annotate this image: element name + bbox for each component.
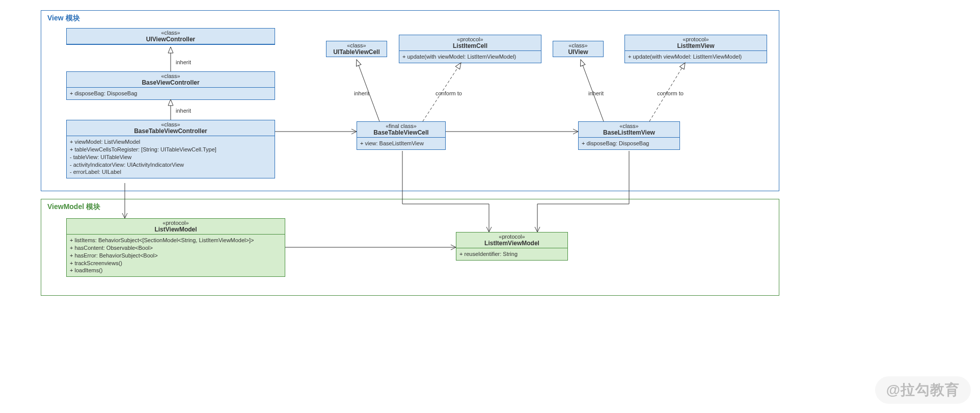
- stereotype: «class»: [70, 121, 271, 127]
- protocol-ListItemCell: «protocol» ListItemCell + update(with vi…: [399, 35, 541, 63]
- class-UIView: «class» UIView: [553, 41, 604, 57]
- stereotype: «protocol»: [459, 234, 564, 240]
- class-name: ListViewModel: [70, 226, 282, 233]
- stereotype: «class»: [70, 30, 271, 36]
- class-BaseTableViewCell: «final class» BaseTableViewCell + view: …: [357, 121, 446, 150]
- class-UITableViewCell: «class» UITableViewCell: [326, 41, 387, 57]
- watermark: @拉勾教育: [875, 376, 971, 404]
- class-name: BaseTableViewController: [70, 127, 271, 135]
- class-name: ListItemCell: [402, 42, 538, 49]
- edge-label-inherit-3: inherit: [354, 90, 369, 96]
- class-BaseViewController: «class» BaseViewController + disposeBag:…: [66, 71, 275, 100]
- stereotype: «protocol»: [70, 220, 282, 226]
- class-name: BaseTableViewCell: [360, 129, 442, 136]
- class-body: + view: BaseListItemView: [357, 138, 445, 149]
- stereotype: «class»: [582, 123, 676, 129]
- class-body: + listItems: BehaviorSubject<[SectionMod…: [67, 235, 285, 276]
- protocol-ListItemView: «protocol» ListItemView + update(with vi…: [624, 35, 767, 63]
- stereotype: «protocol»: [628, 36, 764, 42]
- class-name: UITableViewCell: [330, 48, 384, 56]
- stereotype: «final class»: [360, 123, 442, 129]
- class-body: + disposeBag: DisposeBag: [67, 88, 275, 99]
- protocol-ListItemViewModel: «protocol» ListItemViewModel + reuseIden…: [456, 232, 568, 261]
- class-name: UIViewController: [70, 36, 271, 43]
- stereotype: «class»: [556, 42, 600, 48]
- class-BaseListItemView: «class» BaseListItemView + disposeBag: D…: [578, 121, 680, 150]
- class-UIViewController: «class» UIViewController: [66, 28, 275, 45]
- class-name: BaseViewController: [70, 79, 271, 86]
- stereotype: «class»: [330, 42, 384, 48]
- class-name: UIView: [556, 48, 600, 56]
- edge-label-inherit-4: inherit: [588, 90, 604, 96]
- edge-label-inherit-1: inherit: [176, 59, 191, 65]
- module-view-title: View 模块: [47, 14, 80, 23]
- stereotype: «protocol»: [402, 36, 538, 42]
- class-body: + update(with viewModel: ListItemViewMod…: [625, 51, 767, 63]
- class-name: BaseListItemView: [582, 129, 676, 136]
- class-body: + disposeBag: DisposeBag: [579, 138, 679, 149]
- class-name: ListItemViewModel: [459, 240, 564, 247]
- class-name: ListItemView: [628, 42, 764, 49]
- module-viewmodel-title: ViewModel 模块: [47, 202, 100, 212]
- protocol-ListViewModel: «protocol» ListViewModel + listItems: Be…: [66, 218, 285, 277]
- class-body: + viewModel: ListViewModel + tableViewCe…: [67, 136, 275, 178]
- edge-label-conform-2: conform to: [657, 90, 684, 96]
- edge-label-inherit-2: inherit: [176, 108, 191, 114]
- stereotype: «class»: [70, 73, 271, 79]
- class-body: + update(with viewModel: ListItemViewMod…: [399, 51, 541, 63]
- class-BaseTableViewController: «class» BaseTableViewController + viewMo…: [66, 120, 275, 178]
- edge-label-conform-1: conform to: [435, 90, 462, 96]
- class-body: + reuseIdentifier: String: [456, 248, 567, 260]
